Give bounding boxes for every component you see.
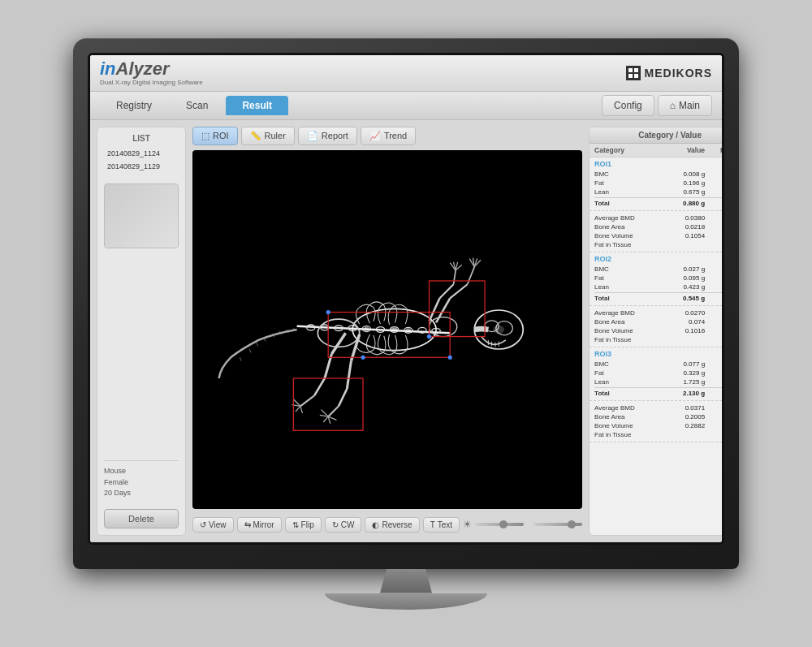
- svg-rect-0: [628, 68, 633, 72]
- roi2-extra: Average BMD 0.0270 g/cm2 Bone Area 0.074…: [590, 306, 724, 347]
- monitor-wrapper: inAlyzer Dual X-ray Digital Imaging Soft…: [73, 38, 739, 610]
- trend-button[interactable]: 📈 Trend: [361, 127, 416, 145]
- roi-button[interactable]: ⬚ ROI: [192, 127, 238, 145]
- reverse-button[interactable]: ◐ Reverse: [365, 517, 419, 533]
- data-table-header: Category Value Percent: [590, 144, 724, 157]
- data-row: Lean 0.423 g 77.45%: [594, 283, 724, 291]
- data-row: Fat in Tissue 18.47%: [594, 335, 724, 344]
- roi1-extra: Average BMD 0.0380 g/cm2 Bone Area 0.021…: [590, 211, 724, 252]
- report-icon: 📄: [307, 131, 318, 141]
- data-row: Fat in Tissue 22.35%: [594, 240, 724, 249]
- monitor-stand-base: [325, 593, 487, 610]
- brand-name: MEDIKORS: [645, 67, 712, 80]
- data-row: Bone Area 0.0218 cm2: [594, 222, 724, 231]
- report-button[interactable]: 📄 Report: [298, 127, 357, 145]
- brand-icon: [626, 66, 641, 80]
- data-row: Bone Volume 0.1016 cm3: [594, 326, 724, 335]
- data-row: Average BMD 0.0270 g/cm2: [594, 308, 724, 317]
- data-row: Fat 0.329 g 15.38%: [594, 369, 724, 377]
- contrast-slider[interactable]: [533, 523, 582, 526]
- center-panel: ⬚ ROI 📏 Ruler 📄 Report 📈: [192, 127, 582, 536]
- nav-right: Config ⌂ Main: [602, 95, 712, 116]
- monitor-stand-neck: [374, 569, 438, 593]
- tab-result[interactable]: Result: [226, 96, 288, 115]
- monitor-bezel: inAlyzer Dual X-ray Digital Imaging Soft…: [73, 38, 739, 569]
- data-row: Average BMD 0.0380 g/cm2: [594, 214, 724, 222]
- data-row: Fat in Tissue 16.59%: [594, 430, 724, 439]
- brightness-slider[interactable]: [475, 523, 524, 526]
- data-row: Bone Area 0.2005 cm2: [594, 412, 724, 421]
- data-row: BMC 0.008 g 3.20%: [594, 170, 724, 179]
- logo-title: inAlyzer: [100, 60, 203, 78]
- svg-rect-2: [628, 74, 633, 78]
- data-row: Fat 0.196 g 20.93%: [594, 179, 724, 188]
- svg-rect-3: [634, 74, 638, 78]
- data-row: Lean 0.675 g 75.87%: [594, 188, 724, 196]
- data-row: BMC 0.027 g 5.03%: [594, 265, 724, 274]
- svg-point-71: [326, 309, 330, 313]
- data-row: BMC 0.077 g 3.63%: [594, 360, 724, 369]
- flip-button[interactable]: ⇅ Flip: [285, 517, 322, 533]
- mirror-button[interactable]: ⇆ Mirror: [237, 517, 282, 533]
- ruler-icon: 📏: [250, 131, 261, 141]
- svg-point-69: [448, 355, 452, 359]
- cw-icon: ↻: [332, 520, 339, 529]
- data-row: Average BMD 0.0371 g/cm2: [594, 403, 724, 412]
- thumbnail: [104, 183, 179, 248]
- roi3-extra: Average BMD 0.0371 g/cm2 Bone Area 0.200…: [590, 401, 724, 442]
- data-row-total: Total 2.130 g 100.0%: [594, 387, 724, 398]
- cw-button[interactable]: ↻ CW: [325, 517, 362, 533]
- list-label: LIST: [104, 134, 179, 143]
- roi3-section: ROI3 BMC 0.077 g 3.63% Fat 0.329 g 15.38…: [590, 347, 724, 401]
- svg-point-68: [427, 334, 431, 339]
- app-logo: inAlyzer Dual X-ray Digital Imaging Soft…: [100, 60, 203, 86]
- ruler-button[interactable]: 📏 Ruler: [241, 127, 295, 145]
- app-header: inAlyzer Dual X-ray Digital Imaging Soft…: [90, 55, 722, 92]
- brightness-icon: ☀: [463, 519, 472, 530]
- flip-icon: ⇅: [292, 520, 299, 529]
- list-item[interactable]: 20140829_1124: [104, 148, 179, 159]
- view-button[interactable]: ↺ View: [192, 517, 234, 533]
- main-content: LIST 20140829_1124 20140829_1129 Mouse F…: [90, 120, 722, 542]
- delete-button[interactable]: Delete: [104, 509, 179, 528]
- roi2-section: ROI2 BMC 0.027 g 5.03% Fat 0.095 g 17.51…: [590, 252, 724, 306]
- svg-point-72: [391, 327, 398, 331]
- skeleton-svg: [192, 150, 582, 509]
- trend-icon: 📈: [369, 131, 381, 141]
- data-row-total: Total 0.545 g 100.0%: [594, 292, 724, 303]
- reverse-icon: ◐: [372, 520, 379, 529]
- list-item[interactable]: 20140829_1129: [104, 161, 179, 172]
- xray-image-area: [192, 150, 582, 509]
- home-icon: ⌂: [670, 100, 676, 111]
- logo-subtitle: Dual X-ray Digital Imaging Software: [100, 79, 203, 86]
- data-row: Bone Volume 0.2882 cm3: [594, 421, 724, 430]
- tab-scan[interactable]: Scan: [170, 96, 224, 115]
- roi1-section: ROI1 BMC 0.008 g 3.20% Fat 0.196 g 20.93…: [590, 157, 724, 211]
- brand-logo: MEDIKORS: [626, 66, 712, 80]
- svg-point-73: [405, 328, 411, 332]
- left-panel: LIST 20140829_1124 20140829_1129 Mouse F…: [97, 127, 186, 536]
- mirror-icon: ⇆: [244, 520, 251, 529]
- data-table: Category Value Percent ROI1 BMC 0.008 g …: [590, 144, 724, 442]
- bottom-toolbar: ↺ View ⇆ Mirror ⇅ Flip ↻: [192, 514, 582, 536]
- main-button[interactable]: ⌂ Main: [658, 95, 712, 116]
- toolbar: ⬚ ROI 📏 Ruler 📄 Report 📈: [192, 127, 582, 145]
- tab-registry[interactable]: Registry: [100, 96, 168, 115]
- text-button[interactable]: T Text: [423, 517, 460, 533]
- list-items: 20140829_1124 20140829_1129: [104, 148, 179, 172]
- data-row: Bone Area 0.074 cm2: [594, 317, 724, 326]
- monitor-screen: inAlyzer Dual X-ray Digital Imaging Soft…: [88, 53, 724, 545]
- svg-point-74: [364, 326, 369, 330]
- right-panel: Category / Value Category Value Percent …: [589, 127, 724, 536]
- scan-info: Mouse Female 20 Days: [104, 460, 179, 499]
- roi-icon: ⬚: [201, 131, 209, 141]
- data-row: Lean 1.725 g 80.99%: [594, 377, 724, 386]
- brightness-slider-group: ☀: [463, 519, 582, 530]
- text-icon: T: [430, 520, 435, 529]
- svg-point-70: [361, 355, 365, 359]
- right-panel-header: Category / Value: [590, 127, 724, 144]
- data-row: Bone Volume 0.1054 cm3: [594, 231, 724, 240]
- data-row: Fat 0.095 g 17.51%: [594, 274, 724, 283]
- view-icon: ↺: [200, 520, 206, 529]
- config-button[interactable]: Config: [602, 95, 654, 116]
